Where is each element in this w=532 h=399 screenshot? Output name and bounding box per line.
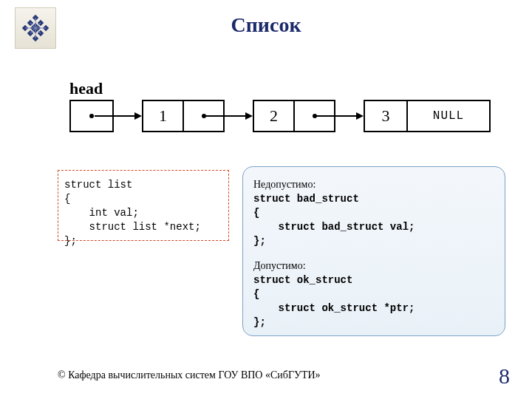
ok-struct-code: struct ok_struct { struct ok_struct *ptr…: [253, 273, 494, 330]
page-title: Список: [0, 13, 532, 37]
copyright: © Кафедра вычислительных систем ГОУ ВПО …: [58, 369, 321, 381]
arrow-head-to-1: [95, 115, 136, 117]
ok-header: Допустимо:: [253, 259, 494, 273]
arrow-1-to-2-tip: [245, 112, 253, 120]
bad-struct-code: struct bad_struct { struct bad_struct va…: [253, 192, 494, 248]
struct-list-code: struct list { int val; struct list *next…: [58, 170, 229, 241]
bad-header: Недопустимо:: [253, 177, 494, 192]
node-1-value: 1: [143, 101, 183, 131]
arrow-2-to-3-tip: [356, 112, 364, 120]
head-label: head: [69, 79, 103, 98]
node-2-value: 2: [254, 101, 293, 131]
validity-panel: Недопустимо: struct bad_struct { struct …: [242, 166, 505, 336]
node-3: 3 NULL: [364, 100, 491, 132]
node-3-value: 3: [365, 101, 406, 131]
node-3-next-null: NULL: [406, 101, 489, 131]
arrow-head-to-1-tip: [134, 112, 142, 120]
arrow-1-to-2: [205, 115, 247, 117]
arrow-2-to-3: [316, 115, 358, 117]
page-number: 8: [499, 364, 510, 389]
